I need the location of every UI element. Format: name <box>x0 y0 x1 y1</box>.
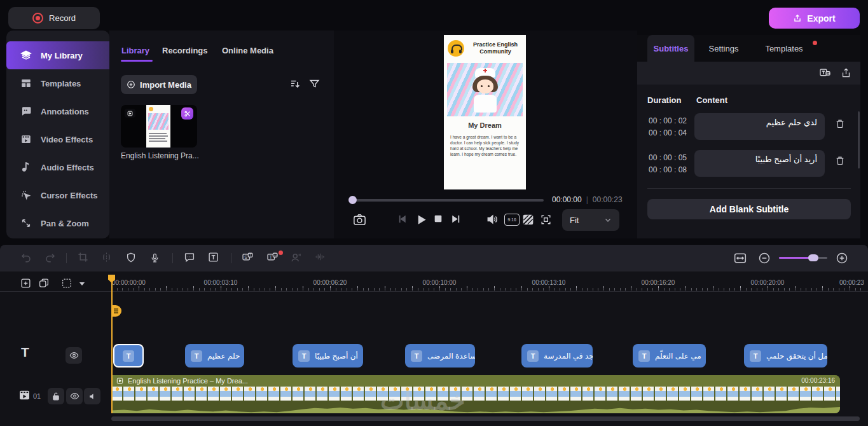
timeline-subtitle-clip[interactable]: T بجد في المدرسة <box>521 344 593 368</box>
zoom-slider-thumb[interactable] <box>808 254 818 261</box>
duplicate-icon[interactable] <box>38 278 50 289</box>
subtitles-scrollbar[interactable] <box>858 111 860 168</box>
playhead-line[interactable] <box>111 275 113 413</box>
library-layers-icon <box>20 50 32 61</box>
delete-subtitle-icon[interactable] <box>835 118 845 129</box>
record-button[interactable]: Record <box>8 7 100 29</box>
playback-progress-thumb[interactable] <box>348 196 357 204</box>
ruler-minor-ticks[interactable] <box>111 288 863 291</box>
media-item-thumbnail[interactable] <box>121 105 197 148</box>
subtitle-start-time: 00 : 00 : 02 <box>647 115 687 127</box>
timeline-subtitle-clip[interactable]: T أن أصبح طبيبًا <box>293 344 363 368</box>
video-clip-title-bar: English Listening Practice – My Drea... <box>111 375 840 387</box>
translate-subtitle-icon[interactable] <box>819 67 831 79</box>
sidebar-item-audio-effects[interactable]: Audio Effects <box>6 153 109 181</box>
background-pattern-icon[interactable] <box>522 214 534 226</box>
subtitle-content-input[interactable]: لدي حلم عظيم <box>694 113 825 140</box>
undo-icon[interactable] <box>20 252 32 263</box>
sidebar-item-video-effects[interactable]: Video Effects <box>6 125 109 153</box>
volume-icon[interactable] <box>486 213 499 226</box>
add-blank-subtitle-button[interactable]: Add Blank Subtitle <box>647 199 851 219</box>
sidebar-item-label: Cursor Effects <box>41 191 98 200</box>
timeline-subtitle-clip[interactable]: T مل أن يتحقق حلمي <box>744 344 827 368</box>
shield-icon[interactable] <box>126 252 136 263</box>
playback-progress-bar[interactable] <box>351 199 544 202</box>
sort-icon[interactable] <box>289 78 301 90</box>
timeline-video-clip[interactable]: English Listening Practice – My Drea... … <box>111 375 840 413</box>
zoom-in-icon[interactable] <box>836 252 848 265</box>
video-track-visibility-button[interactable] <box>66 388 83 404</box>
playhead-grip[interactable] <box>112 305 121 317</box>
redo-icon[interactable] <box>45 252 56 263</box>
sidebar-item-templates[interactable]: Templates <box>6 69 109 97</box>
denoise-waveform-icon[interactable] <box>313 252 326 262</box>
speech-to-text-icon[interactable]: ST <box>242 252 254 263</box>
zoom-out-icon[interactable] <box>758 252 771 265</box>
timecode-display: 00:00:00|00:00:23 <box>552 195 623 204</box>
video-track-number: 01 <box>33 392 41 400</box>
watermark-text: خمسات <box>380 386 465 415</box>
import-media-label: Import Media <box>140 80 191 90</box>
export-subtitles-icon[interactable] <box>841 67 851 79</box>
speech-bubble-icon[interactable] <box>184 252 195 263</box>
select-mode-caret-icon[interactable] <box>79 282 85 286</box>
zoom-fit-dropdown[interactable]: Fit <box>562 209 619 231</box>
timeline-subtitle-clip[interactable]: T ساعدة المرضى <box>405 344 475 368</box>
fullscreen-icon[interactable] <box>540 214 552 226</box>
export-icon <box>793 14 802 23</box>
zoom-slider-fill <box>779 257 812 259</box>
tab-recordings[interactable]: Recordings <box>162 46 208 55</box>
timeline-horizontal-scrollbar[interactable] <box>111 416 860 421</box>
play-icon[interactable] <box>415 214 427 226</box>
timeline-subtitle-clip[interactable]: T حلم عظيم <box>185 344 244 368</box>
subtitles-panel: Subtitles Settings Templates Duration Co… <box>637 35 860 238</box>
export-button[interactable]: Export <box>769 8 860 29</box>
tab-library[interactable]: Library <box>121 46 149 55</box>
video-track-mute-button[interactable] <box>84 388 100 404</box>
video-track-lock-button[interactable] <box>48 388 64 404</box>
stop-icon[interactable] <box>433 214 443 224</box>
video-preview-frame[interactable]: Practice English Community My Dream I ha… <box>444 35 526 189</box>
speaker-person-icon[interactable] <box>290 252 301 263</box>
ruler-label: 00:00:20:00 <box>751 279 785 286</box>
next-frame-icon[interactable] <box>450 214 460 224</box>
text-to-speech-notification-dot <box>279 251 283 255</box>
text-track-visibility-button[interactable] <box>65 347 82 364</box>
preview-panel: Practice English Community My Dream I ha… <box>334 31 637 238</box>
aspect-ratio-icon[interactable]: 9:16 <box>504 214 520 226</box>
add-blank-subtitle-label: Add Blank Subtitle <box>710 204 789 214</box>
ruler-label: 00:00:23 <box>839 279 864 286</box>
app-window: Record Export My Library Templates Annot… <box>0 0 868 426</box>
sidebar-item-my-library[interactable]: My Library <box>6 41 109 69</box>
microphone-icon[interactable] <box>150 252 160 264</box>
media-item-name: English Listening Pra... <box>121 151 199 160</box>
tab-online-media[interactable]: Online Media <box>222 46 273 55</box>
timeline-subtitle-clip[interactable]: T مي على التعلّم <box>633 344 706 368</box>
sidebar-item-annotations[interactable]: Annotations <box>6 97 109 125</box>
select-mode-icon[interactable] <box>61 278 72 289</box>
subtitle-content-input[interactable]: أريد أن أصبح طبيبًا <box>694 150 825 177</box>
content-column-header: Content <box>696 95 727 105</box>
fit-timeline-icon[interactable] <box>733 252 747 265</box>
import-media-button[interactable]: Import Media <box>121 75 197 94</box>
text-to-speech-icon[interactable]: T <box>266 252 279 263</box>
tab-templates[interactable]: Templates <box>763 35 805 62</box>
eye-icon <box>69 352 79 359</box>
tab-subtitles[interactable]: Subtitles <box>647 35 694 62</box>
split-icon[interactable] <box>100 252 113 263</box>
timeline-subtitle-clip[interactable]: T <box>113 344 144 368</box>
text-icon[interactable] <box>208 252 219 263</box>
sidebar-item-cursor-effects[interactable]: Cursor Effects <box>6 181 109 209</box>
tab-settings[interactable]: Settings <box>706 35 741 62</box>
current-time: 00:00:00 <box>552 195 582 204</box>
snapshot-camera-icon[interactable] <box>353 214 366 226</box>
delete-subtitle-icon[interactable] <box>835 155 845 166</box>
sidebar-item-pan-zoom[interactable]: Pan & Zoom <box>6 209 109 237</box>
timeline-zoom-slider[interactable] <box>779 257 827 259</box>
brand-logo <box>448 40 464 57</box>
filter-icon[interactable] <box>309 78 320 89</box>
speaker-icon <box>88 392 97 401</box>
add-track-icon[interactable] <box>20 278 31 289</box>
crop-icon[interactable] <box>78 252 88 263</box>
previous-frame-icon[interactable] <box>397 214 408 224</box>
